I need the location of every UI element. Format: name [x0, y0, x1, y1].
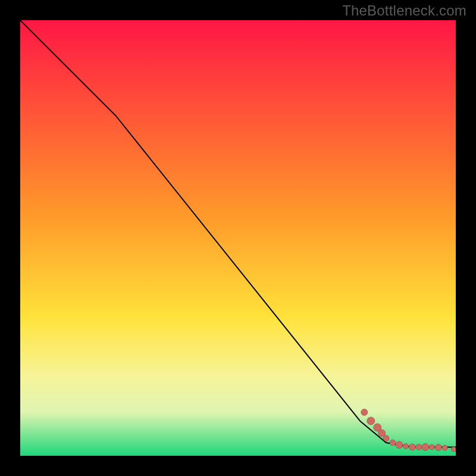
data-point	[429, 444, 434, 450]
data-point	[390, 440, 396, 446]
data-point	[361, 409, 368, 415]
data-point	[383, 436, 389, 441]
data-point	[396, 441, 403, 449]
data-point	[403, 443, 408, 449]
plot-area	[20, 20, 456, 456]
data-point	[416, 444, 422, 450]
data-point	[451, 447, 456, 452]
data-point	[435, 444, 441, 451]
data-point	[409, 444, 415, 450]
data-point	[442, 445, 447, 450]
watermark-text: TheBottleneck.com	[342, 2, 466, 19]
plot-svg	[20, 20, 456, 456]
data-point	[378, 430, 386, 437]
data-point	[422, 443, 429, 450]
data-point	[367, 417, 375, 425]
chart-container: TheBottleneck.com	[0, 0, 476, 476]
